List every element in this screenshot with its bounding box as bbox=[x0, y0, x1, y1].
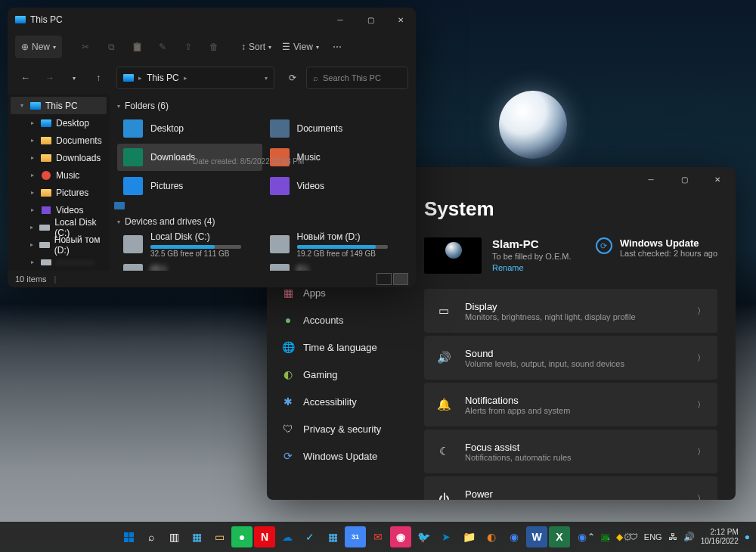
address-bar[interactable]: ▸ This PC ▸ ▾ bbox=[116, 67, 274, 89]
expand-icon[interactable]: ▸ bbox=[29, 154, 36, 161]
language-indicator[interactable]: ENG bbox=[644, 532, 662, 541]
drive-item[interactable]: (I:) bbox=[264, 259, 409, 271]
taskbar-edge[interactable]: ◐ bbox=[481, 526, 502, 547]
folder-documents[interactable]: Documents bbox=[264, 115, 409, 142]
sidebar-item-windows-update[interactable]: ⟳ Windows Update bbox=[273, 442, 404, 470]
sidebar-item-privacy-security[interactable]: 🛡 Privacy & security bbox=[273, 415, 404, 442]
tree-icon bbox=[41, 119, 51, 127]
expand-icon[interactable]: ▸ bbox=[29, 206, 36, 213]
sidebar-item-gaming[interactable]: ◐ Gaming bbox=[273, 361, 404, 388]
drive-item[interactable]: Новый том (D:) 19.2 GB free of 149 GB bbox=[264, 231, 409, 258]
taskbar-insta[interactable]: ◉ bbox=[390, 526, 411, 547]
windows-update-icon: ⟳ bbox=[596, 237, 612, 254]
refresh-button[interactable]: ⟳ bbox=[282, 67, 303, 88]
taskbar-search[interactable]: ⌕ bbox=[141, 526, 162, 547]
maximize-button[interactable]: ▢ bbox=[355, 9, 386, 30]
taskbar-netflix[interactable]: N bbox=[254, 526, 275, 547]
tile-display[interactable]: ▭ DisplayMonitors, brightness, night lig… bbox=[424, 289, 717, 333]
tree-item[interactable]: ▸ Documents bbox=[11, 132, 107, 149]
tree-item[interactable]: ▸ Pictures bbox=[11, 184, 107, 201]
explorer-tab: This PC bbox=[8, 8, 69, 32]
back-button[interactable]: ← bbox=[15, 67, 36, 88]
clock[interactable]: 2:12 PM 10/16/2022 bbox=[701, 528, 739, 546]
view-icons-button[interactable] bbox=[393, 273, 408, 285]
search-input[interactable]: ⌕ Search This PC bbox=[306, 67, 408, 89]
taskbar-word[interactable]: W bbox=[526, 526, 547, 547]
search-icon: ⌕ bbox=[313, 73, 318, 82]
view-button[interactable]: ☰ View ▾ bbox=[278, 36, 323, 58]
taskbar-cal[interactable]: 31 bbox=[345, 526, 366, 547]
tree-icon bbox=[41, 136, 51, 144]
tree-item[interactable]: ▾ This PC bbox=[11, 97, 107, 114]
sidebar-item-time-language[interactable]: 🌐 Time & language bbox=[273, 333, 404, 361]
folders-header[interactable]: ▾Folders (6) bbox=[117, 97, 408, 115]
expand-icon[interactable]: ▸ bbox=[29, 172, 36, 178]
folder-pictures[interactable]: Pictures bbox=[117, 172, 262, 200]
tile-power[interactable]: ⏻ PowerSleep, battery usage, battery sav… bbox=[424, 476, 717, 500]
volume-icon[interactable]: 🔊 bbox=[683, 532, 695, 542]
taskbar-todo[interactable]: ✓ bbox=[299, 526, 321, 547]
close-button[interactable]: ✕ bbox=[386, 9, 416, 30]
more-button[interactable]: ⋯ bbox=[326, 36, 349, 58]
taskbar-widgets[interactable]: ▦ bbox=[186, 526, 207, 547]
drive-item[interactable]: Local Disk (C:) 32.5 GB free of 111 GB bbox=[117, 231, 262, 258]
tree-item[interactable]: ▸ Music bbox=[11, 166, 107, 184]
folder-desktop[interactable]: Desktop bbox=[117, 115, 262, 142]
minimize-button[interactable]: ─ bbox=[636, 169, 666, 190]
tree-icon bbox=[41, 154, 51, 162]
sidebar-item-accounts[interactable]: ● Accounts bbox=[273, 306, 404, 333]
taskbar-cloud[interactable]: ☁ bbox=[277, 526, 298, 547]
tree-item[interactable]: ▸ Desktop bbox=[11, 114, 107, 132]
close-button[interactable]: ✕ bbox=[702, 169, 733, 190]
tile-notifications[interactable]: 🔔 NotificationsAlerts from apps and syst… bbox=[424, 383, 717, 426]
expand-icon[interactable]: ▾ bbox=[18, 102, 26, 109]
taskbar-spotify[interactable]: ● bbox=[231, 526, 253, 547]
taskbar-chrome[interactable]: ◉ bbox=[503, 526, 525, 547]
rename-link[interactable]: Rename bbox=[492, 263, 572, 272]
taskbar-mail[interactable]: ✉ bbox=[367, 526, 389, 547]
folder-videos[interactable]: Videos bbox=[264, 172, 409, 200]
view-details-button[interactable] bbox=[376, 273, 392, 285]
expand-icon[interactable]: ▸ bbox=[29, 259, 36, 265]
windows-update-title[interactable]: Windows Update bbox=[620, 237, 717, 249]
taskbar-files[interactable]: ▭ bbox=[209, 526, 230, 547]
maximize-button[interactable]: ▢ bbox=[669, 169, 699, 190]
network-icon[interactable]: 🖧 bbox=[668, 532, 677, 542]
taskbar-telegram[interactable]: ➤ bbox=[435, 526, 457, 547]
nav-icon: ✱ bbox=[282, 395, 294, 408]
tree-item[interactable]: ▸ ────── bbox=[11, 253, 107, 271]
cut-icon: ✂ bbox=[74, 36, 97, 58]
notifications-icon[interactable]: ● bbox=[745, 532, 750, 542]
tree-item[interactable]: ▸ Downloads bbox=[11, 149, 107, 166]
drive-item[interactable]: (G:) bbox=[117, 259, 262, 271]
recent-button[interactable]: ▾ bbox=[64, 67, 85, 88]
expand-icon[interactable]: ▸ bbox=[29, 189, 36, 196]
taskbar-chrome2[interactable]: ◉ bbox=[572, 526, 593, 547]
start-button[interactable] bbox=[118, 526, 139, 547]
page-title: System bbox=[424, 197, 717, 221]
expand-icon[interactable]: ▸ bbox=[29, 119, 36, 126]
sort-button[interactable]: ↕ Sort ▾ bbox=[237, 36, 275, 58]
tree-item[interactable]: ▸ Новый том (D:) bbox=[11, 236, 107, 253]
taskbar-explorer[interactable]: 📁 bbox=[458, 526, 479, 547]
taskbar-twitter[interactable]: 🐦 bbox=[413, 526, 434, 547]
delete-icon: 🗑 bbox=[203, 36, 225, 58]
explorer-titlebar[interactable]: This PC ─ ▢ ✕ bbox=[8, 8, 416, 32]
sidebar-item-accessibility[interactable]: ✱ Accessibility bbox=[273, 388, 404, 415]
taskbar-xbox[interactable]: ▣ bbox=[594, 526, 615, 547]
expand-icon[interactable]: ▸ bbox=[29, 224, 35, 231]
expand-icon[interactable]: ▸ bbox=[29, 137, 36, 144]
drives-header[interactable]: ▾Devices and drives (4) bbox=[117, 212, 408, 231]
tile-sound[interactable]: 🔊 SoundVolume levels, output, input, sou… bbox=[424, 336, 717, 380]
forward-button: → bbox=[39, 67, 60, 88]
new-button[interactable]: ⊕ New ▾ bbox=[15, 36, 62, 58]
minimize-button[interactable]: ─ bbox=[325, 9, 355, 30]
taskbar-settings[interactable]: ⚙ bbox=[617, 526, 638, 547]
taskbar-photos[interactable]: ▦ bbox=[322, 526, 343, 547]
taskbar-excel[interactable]: X bbox=[549, 526, 570, 547]
up-button[interactable]: ↑ bbox=[88, 67, 109, 88]
nav-icon: ◐ bbox=[282, 368, 294, 380]
expand-icon[interactable]: ▸ bbox=[29, 241, 35, 248]
taskbar-task[interactable]: ▥ bbox=[163, 526, 184, 547]
tile-focus-assist[interactable]: ☾ Focus assistNotifications, automatic r… bbox=[424, 430, 717, 473]
